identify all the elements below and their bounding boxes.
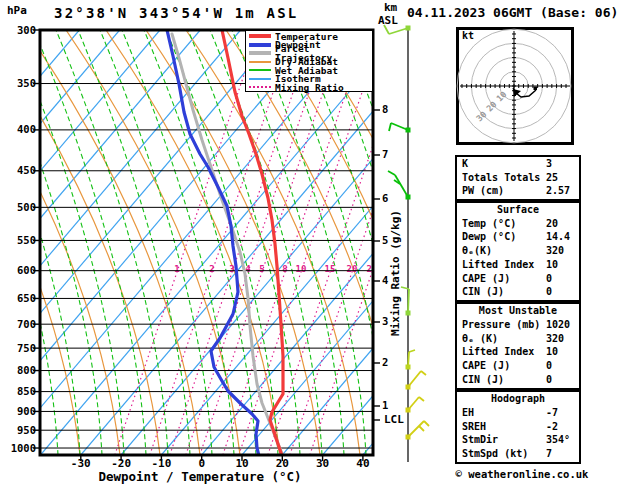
wind-barb bbox=[384, 25, 411, 34]
stats-value: 354° bbox=[546, 433, 570, 447]
mixing-ratio-value-label: 4 bbox=[245, 264, 251, 274]
wind-barb bbox=[406, 350, 416, 370]
stats-label: θₑ (K) bbox=[462, 333, 498, 344]
stats-label: CAPE (J) bbox=[462, 273, 510, 284]
stats-value: -2 bbox=[546, 420, 558, 434]
stats-row: CAPE (J)0 bbox=[457, 272, 579, 286]
stats-row: Dewp (°C)14.4 bbox=[457, 230, 579, 244]
stats-group-title: Hodograph bbox=[457, 392, 579, 406]
stats-value: -7 bbox=[546, 406, 558, 420]
wind-barb bbox=[401, 287, 411, 316]
stats-label: SREH bbox=[462, 421, 486, 432]
stats-value: 0 bbox=[546, 272, 552, 286]
stats-row: Temp (°C)20 bbox=[457, 217, 579, 231]
stats-label: CIN (J) bbox=[462, 374, 504, 385]
legend-swatch-thin bbox=[249, 69, 271, 71]
legend-swatch-thin bbox=[249, 78, 271, 80]
stats-value: 0 bbox=[546, 285, 552, 299]
mixing-ratio-value-label: 8 bbox=[282, 264, 287, 274]
stats-row: SREH-2 bbox=[457, 420, 579, 434]
stats-value: 10 bbox=[546, 345, 558, 359]
stats-label: EH bbox=[462, 407, 474, 418]
stats-value: 25 bbox=[546, 171, 558, 185]
stats-row: Lifted Index10 bbox=[457, 345, 579, 359]
stats-group: K3Totals Totals25PW (cm)2.57 bbox=[455, 155, 581, 201]
stats-group-most-unstable: Most UnstablePressure (mb)1020θₑ (K)320L… bbox=[455, 302, 581, 390]
stats-label: CIN (J) bbox=[462, 286, 504, 297]
stats-row: CAPE (J)0 bbox=[457, 359, 579, 373]
stats-value: 0 bbox=[546, 373, 552, 387]
stats-value: 3 bbox=[546, 157, 552, 171]
legend-swatch-thick bbox=[249, 34, 271, 38]
stats-row: PW (cm)2.57 bbox=[457, 184, 579, 198]
legend-item-label: Mixing Ratio bbox=[275, 83, 344, 93]
stats-row: EH-7 bbox=[457, 406, 579, 420]
hodograph-plot: 102030 bbox=[456, 27, 574, 145]
stats-value: 2.57 bbox=[546, 184, 570, 198]
legend-item: Mixing Ratio bbox=[246, 83, 372, 92]
mixing-ratio-value-label: 10 bbox=[296, 264, 307, 274]
mixing-ratio-value-label: 2 bbox=[209, 264, 214, 274]
stats-group-surface: SurfaceTemp (°C)20Dewp (°C)14.4θₑ(K)320L… bbox=[455, 201, 581, 302]
stats-label: Lifted Index bbox=[462, 259, 534, 270]
stats-row: K3 bbox=[457, 157, 579, 171]
stats-value: 7 bbox=[546, 447, 552, 461]
stats-value: 14.4 bbox=[546, 230, 570, 244]
stats-row: θₑ (K)320 bbox=[457, 332, 579, 346]
hodograph-unit-label: kt bbox=[462, 30, 474, 41]
stats-value: 0 bbox=[546, 359, 552, 373]
mixing-ratio-value-label: 5 bbox=[259, 264, 264, 274]
wind-barb bbox=[389, 123, 411, 133]
legend-swatch-thick bbox=[249, 51, 271, 55]
stats-row: Lifted Index10 bbox=[457, 258, 579, 272]
stats-label: Totals Totals bbox=[462, 172, 540, 183]
stats-label: Temp (°C) bbox=[462, 218, 516, 229]
skewt-sounding-page: 12345810152025 hPa 32°38'N 343°54'W 1m A… bbox=[0, 0, 629, 486]
stats-row: CIN (J)0 bbox=[457, 285, 579, 299]
stats-label: K bbox=[462, 158, 468, 169]
stats-label: StmDir bbox=[462, 434, 498, 445]
stats-row: StmDir354° bbox=[457, 433, 579, 447]
stats-value: 320 bbox=[546, 332, 564, 346]
mixing-ratio-value-label: 3 bbox=[229, 264, 234, 274]
legend-swatch-dotted bbox=[249, 86, 271, 88]
stats-label: StmSpd (kt) bbox=[462, 448, 528, 459]
stats-label: CAPE (J) bbox=[462, 360, 510, 371]
mixing-ratio-value-label: 15 bbox=[325, 264, 336, 274]
stats-label: Dewp (°C) bbox=[462, 231, 516, 242]
stats-row: Pressure (mb)1020 bbox=[457, 318, 579, 332]
wind-barb bbox=[388, 171, 411, 200]
stats-label: θₑ(K) bbox=[462, 245, 492, 256]
stats-value: 10 bbox=[546, 258, 558, 272]
legend-swatch-thick bbox=[249, 43, 271, 47]
stats-label: Lifted Index bbox=[462, 346, 534, 357]
stats-label: Pressure (mb) bbox=[462, 319, 540, 330]
stats-value: 1020 bbox=[546, 318, 570, 332]
wind-barb bbox=[406, 421, 430, 440]
stats-label: PW (cm) bbox=[462, 185, 504, 196]
stats-row: CIN (J)0 bbox=[457, 373, 579, 387]
stats-group-title: Most Unstable bbox=[457, 304, 579, 318]
stats-row: Totals Totals25 bbox=[457, 171, 579, 185]
stats-group-title: Surface bbox=[457, 203, 579, 217]
stats-row: StmSpd (kt)7 bbox=[457, 447, 579, 461]
stats-value: 20 bbox=[546, 217, 558, 231]
stats-row: θₑ(K)320 bbox=[457, 244, 579, 258]
stats-group-hodograph: HodographEH-7SREH-2StmDir354°StmSpd (kt)… bbox=[455, 390, 581, 464]
mixing-ratio-value-label: 1 bbox=[174, 264, 179, 274]
plot-legend: TemperatureDewpointParcel TrajectoryDry … bbox=[245, 30, 373, 92]
legend-swatch-thin bbox=[249, 61, 271, 63]
mixing-ratio-value-label: 20 bbox=[347, 264, 358, 274]
stats-value: 320 bbox=[546, 244, 564, 258]
